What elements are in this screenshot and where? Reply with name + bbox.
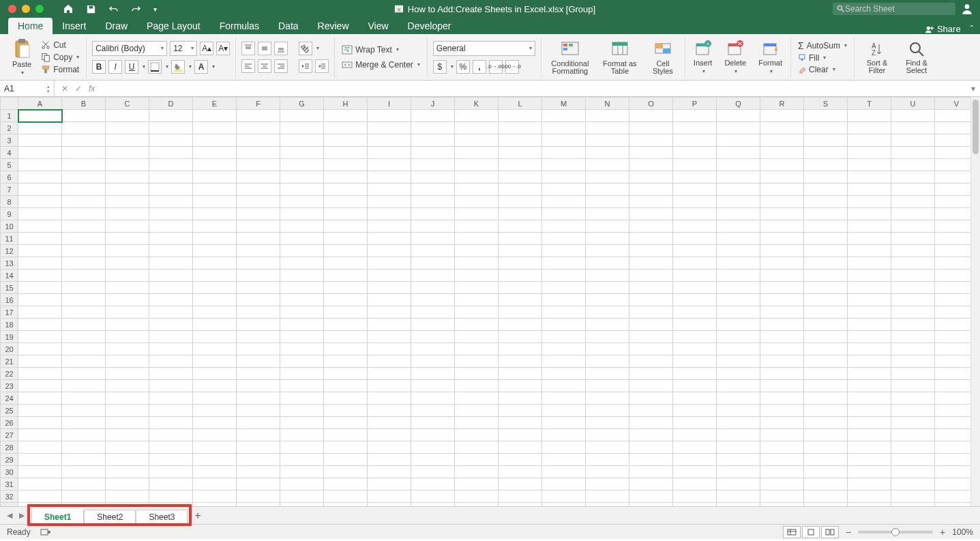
cell[interactable] <box>848 233 891 245</box>
cell[interactable] <box>149 134 193 147</box>
font-name-combo[interactable]: Calibri (Body) <box>92 41 167 56</box>
cell[interactable] <box>18 466 62 478</box>
cell[interactable] <box>542 355 586 368</box>
cell[interactable] <box>193 196 237 208</box>
cell[interactable] <box>673 184 717 196</box>
cell[interactable] <box>237 208 280 220</box>
cell[interactable] <box>760 147 804 159</box>
delete-cells-button[interactable]: Delete <box>722 38 749 76</box>
cell[interactable] <box>368 245 411 257</box>
cell[interactable] <box>891 184 935 196</box>
orientation-button[interactable]: ab <box>299 42 312 55</box>
cell[interactable] <box>717 478 760 491</box>
fx-label[interactable]: fx <box>89 84 95 93</box>
cell[interactable] <box>848 220 891 233</box>
cell[interactable] <box>149 466 193 478</box>
search-sheet-box[interactable] <box>833 3 955 15</box>
close-window-button[interactable] <box>8 5 16 13</box>
cell[interactable] <box>106 134 149 147</box>
cell[interactable] <box>629 454 673 466</box>
cell[interactable] <box>237 257 280 269</box>
cell[interactable] <box>237 171 280 184</box>
sheet-tab[interactable]: Sheet1 <box>31 509 84 524</box>
cell[interactable] <box>673 134 717 147</box>
column-header[interactable]: E <box>193 98 237 110</box>
cell[interactable] <box>848 478 891 491</box>
tab-view[interactable]: View <box>359 18 398 34</box>
cell[interactable] <box>455 491 499 503</box>
cell[interactable] <box>891 171 935 184</box>
cell[interactable] <box>368 441 411 454</box>
cell[interactable] <box>542 220 586 233</box>
cell[interactable] <box>193 269 237 282</box>
cell[interactable] <box>280 392 324 405</box>
cell[interactable] <box>62 257 106 269</box>
cell[interactable] <box>237 319 280 331</box>
cell[interactable] <box>717 282 760 294</box>
underline-dropdown[interactable] <box>141 63 145 70</box>
cell[interactable] <box>106 319 149 331</box>
cell[interactable] <box>106 355 149 368</box>
cell[interactable] <box>106 184 149 196</box>
cell[interactable] <box>455 454 499 466</box>
cell[interactable] <box>106 171 149 184</box>
cell[interactable] <box>673 491 717 503</box>
cell[interactable] <box>760 491 804 503</box>
cell[interactable] <box>542 208 586 220</box>
cell[interactable] <box>62 368 106 380</box>
cell[interactable] <box>542 429 586 441</box>
cell[interactable] <box>106 220 149 233</box>
cell[interactable] <box>629 503 673 507</box>
cell[interactable] <box>324 466 368 478</box>
cell[interactable] <box>106 208 149 220</box>
cell[interactable] <box>368 331 411 343</box>
cell[interactable] <box>499 233 542 245</box>
cell[interactable] <box>717 257 760 269</box>
cell[interactable] <box>411 454 455 466</box>
cell[interactable] <box>368 491 411 503</box>
row-header[interactable]: 13 <box>1 257 18 269</box>
cell[interactable] <box>237 466 280 478</box>
cell[interactable] <box>324 355 368 368</box>
cell[interactable] <box>237 306 280 319</box>
cell[interactable] <box>280 491 324 503</box>
cell[interactable] <box>760 466 804 478</box>
cell[interactable] <box>62 184 106 196</box>
cell[interactable] <box>804 233 848 245</box>
cell[interactable] <box>673 233 717 245</box>
cell[interactable] <box>237 294 280 306</box>
cell[interactable] <box>411 380 455 392</box>
cell[interactable] <box>62 233 106 245</box>
cell[interactable] <box>848 343 891 355</box>
cell[interactable] <box>149 380 193 392</box>
cell[interactable] <box>62 196 106 208</box>
row-header[interactable]: 33 <box>1 503 18 507</box>
cell[interactable] <box>499 503 542 507</box>
cell[interactable] <box>149 491 193 503</box>
cell[interactable] <box>848 491 891 503</box>
cell[interactable] <box>804 478 848 491</box>
cell[interactable] <box>411 441 455 454</box>
cell[interactable] <box>149 282 193 294</box>
save-icon[interactable] <box>86 4 96 14</box>
cell[interactable] <box>280 233 324 245</box>
cell[interactable] <box>760 220 804 233</box>
cell[interactable] <box>62 343 106 355</box>
row-header[interactable]: 17 <box>1 306 18 319</box>
cell[interactable] <box>760 294 804 306</box>
cell[interactable] <box>149 171 193 184</box>
cell[interactable] <box>717 454 760 466</box>
cell[interactable] <box>542 245 586 257</box>
cell[interactable] <box>586 454 629 466</box>
cell[interactable] <box>106 454 149 466</box>
confirm-formula-icon[interactable]: ✓ <box>75 84 82 93</box>
cell[interactable] <box>891 257 935 269</box>
increase-decimal-button[interactable]: .0→.00 <box>489 60 503 74</box>
border-dropdown[interactable] <box>164 63 168 70</box>
cell[interactable] <box>717 343 760 355</box>
cell[interactable] <box>368 171 411 184</box>
cell[interactable] <box>280 171 324 184</box>
cell[interactable] <box>193 380 237 392</box>
cell[interactable] <box>149 208 193 220</box>
cut-button[interactable]: Cut <box>40 40 80 50</box>
